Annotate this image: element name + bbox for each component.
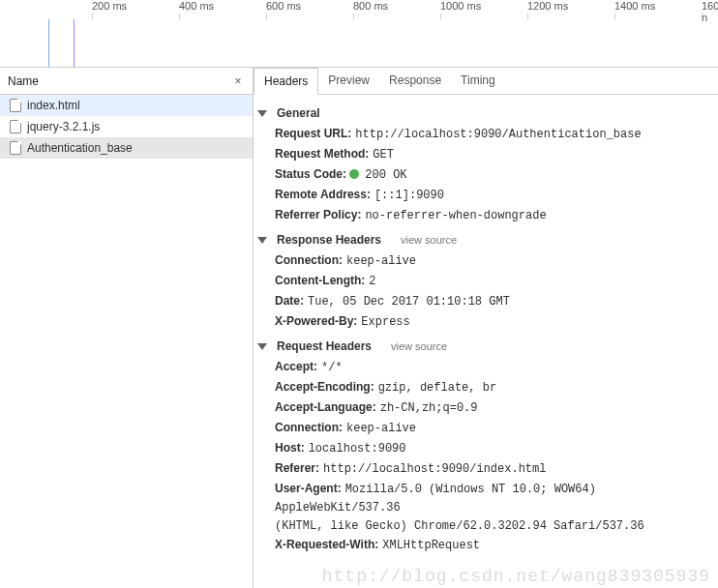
- request-list-item[interactable]: Authentication_base: [0, 137, 253, 159]
- request-list-panel: Name × index.htmljquery-3.2.1.jsAuthenti…: [0, 68, 254, 588]
- request-list-header: Name ×: [0, 68, 253, 95]
- header-row: Connection:keep-alive: [255, 250, 712, 271]
- timeline-track[interactable]: [0, 19, 718, 67]
- tab-response[interactable]: Response: [379, 68, 451, 94]
- timeline-tick: 1000 ms: [440, 0, 481, 12]
- header-row: X-Powered-By:Express: [255, 311, 712, 332]
- name-column-header[interactable]: Name: [8, 74, 231, 88]
- request-name: Authentication_base: [27, 141, 133, 155]
- header-row: (KHTML, like Gecko) Chrome/62.0.3202.94 …: [255, 517, 712, 535]
- timeline-tick: 1200 ms: [527, 0, 568, 12]
- header-row: Connection:keep-alive: [255, 418, 712, 438]
- timeline-tick: 800 ms: [353, 0, 388, 12]
- header-row: Host:localhost:9090: [255, 438, 712, 458]
- details-tabs: HeadersPreviewResponseTiming: [254, 68, 718, 95]
- section-request-headers: Request Headers view source Accept:*/*Ac…: [255, 338, 712, 555]
- remote-address-row: Remote Address:[::1]:9090: [255, 185, 712, 205]
- timeline-ruler[interactable]: 200 ms400 ms600 ms800 ms1000 ms1200 ms14…: [0, 0, 718, 68]
- request-url-row: Request URL:http://localhost:9090/Authen…: [255, 124, 712, 144]
- timeline-marker-purple: [74, 19, 75, 67]
- header-row: X-Requested-With:XMLHttpRequest: [255, 535, 712, 555]
- section-general: General Request URL:http://localhost:909…: [255, 104, 712, 225]
- header-row: Accept-Encoding:gzip, deflate, br: [255, 377, 712, 397]
- chevron-down-icon: [257, 110, 267, 117]
- chevron-down-icon: [257, 237, 267, 244]
- request-name: index.html: [27, 99, 80, 112]
- tab-headers[interactable]: Headers: [254, 68, 318, 95]
- request-method-row: Request Method:GET: [255, 144, 712, 164]
- header-row: User-Agent:Mozilla/5.0 (Windows NT 10.0;…: [255, 479, 712, 517]
- request-name: jquery-3.2.1.js: [27, 120, 100, 133]
- section-title: Request Headers: [277, 339, 372, 353]
- header-row: Date:Tue, 05 Dec 2017 01:10:18 GMT: [255, 291, 712, 311]
- view-source-link[interactable]: view source: [401, 234, 457, 246]
- header-row: Referer:http://localhost:9090/index.html: [255, 458, 712, 479]
- view-source-link[interactable]: view source: [391, 340, 447, 352]
- request-list-item[interactable]: index.html: [0, 95, 253, 116]
- section-title: General: [277, 106, 320, 120]
- section-title: Response Headers: [277, 233, 381, 247]
- timeline-tick: 600 ms: [266, 0, 301, 12]
- chevron-down-icon: [257, 343, 267, 350]
- document-icon: [10, 120, 21, 133]
- details-body[interactable]: General Request URL:http://localhost:909…: [254, 95, 718, 588]
- section-toggle-response-headers[interactable]: Response Headers view source: [255, 231, 712, 250]
- section-toggle-request-headers[interactable]: Request Headers view source: [255, 338, 712, 357]
- tab-preview[interactable]: Preview: [318, 68, 379, 94]
- status-code-row: Status Code: 200 OK: [255, 164, 712, 185]
- section-toggle-general[interactable]: General: [255, 104, 712, 124]
- header-row: Accept:*/*: [255, 357, 712, 377]
- document-icon: [10, 99, 21, 112]
- timeline-tick: 200 ms: [92, 0, 127, 12]
- section-response-headers: Response Headers view source Connection:…: [255, 231, 712, 332]
- header-row: Accept-Language:zh-CN,zh;q=0.9: [255, 397, 712, 418]
- status-dot-icon: [349, 169, 359, 179]
- request-list-item[interactable]: jquery-3.2.1.js: [0, 116, 253, 137]
- close-icon[interactable]: ×: [231, 74, 245, 88]
- tab-timing[interactable]: Timing: [451, 68, 505, 94]
- timeline-tick: 1400 ms: [614, 0, 655, 12]
- document-icon: [10, 141, 21, 155]
- timeline-tick: 400 ms: [179, 0, 214, 12]
- header-row: Content-Length:2: [255, 271, 712, 291]
- timeline-marker-blue: [48, 19, 49, 67]
- referrer-policy-row: Referrer Policy:no-referrer-when-downgra…: [255, 205, 712, 225]
